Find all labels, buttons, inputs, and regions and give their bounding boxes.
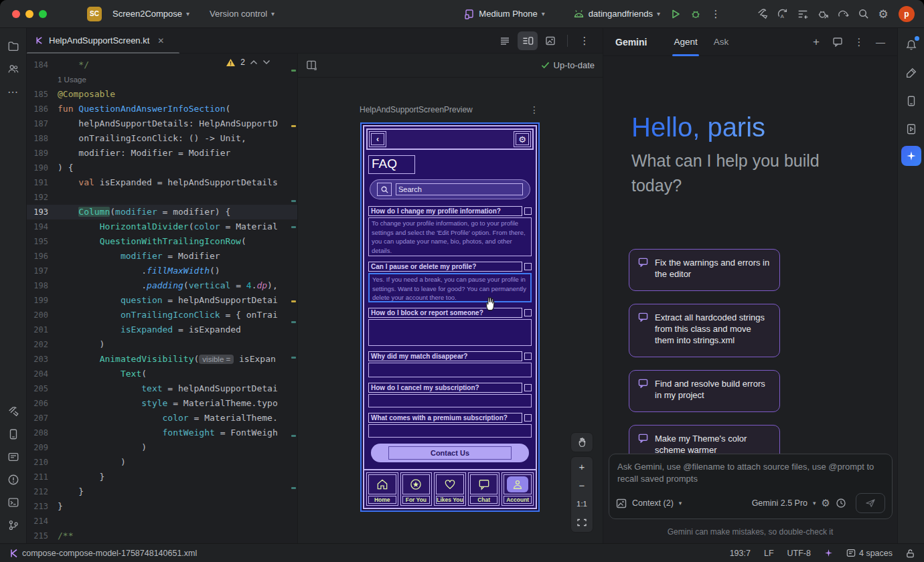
faq-trailing-icon[interactable] <box>524 263 532 270</box>
code-line[interactable]: 199 question = helpAndSupportDetai <box>27 293 297 308</box>
faq-trailing-icon[interactable] <box>524 384 532 391</box>
hide-panel-button[interactable]: — <box>870 33 891 52</box>
code-line[interactable]: 189 modifier: Modifier = Modifier <box>27 146 297 161</box>
design-view-button[interactable] <box>540 31 560 50</box>
code-view-button[interactable] <box>495 31 515 50</box>
code-line[interactable]: 191 val isExpanded = helpAndSupportDetai… <box>27 175 297 190</box>
code-line[interactable]: 205 text = helpAndSupportDetai <box>27 381 297 396</box>
chat-history-icon[interactable] <box>828 33 848 52</box>
minimize-window-button[interactable] <box>25 10 33 18</box>
preview-layout-icon[interactable] <box>306 60 317 71</box>
code-line[interactable]: 207 color = MaterialTheme. <box>27 411 297 426</box>
project-folder-icon[interactable] <box>3 35 24 58</box>
tab-ask[interactable]: Ask <box>706 28 737 56</box>
code-line[interactable]: 194 HorizontalDivider(color = Material <box>27 219 297 234</box>
device-manager-icon[interactable] <box>901 90 922 112</box>
more-tool-windows-icon[interactable]: ⋯ <box>3 80 24 103</box>
code-line[interactable]: 202 ) <box>27 337 297 352</box>
contact-us-button[interactable]: Contact Us <box>371 444 529 462</box>
zoom-out-button[interactable]: − <box>571 476 593 494</box>
code-line[interactable]: 187 helpAndSupportDetails: HelpAndSuppor… <box>27 116 297 131</box>
zoom-fit-button[interactable] <box>571 513 593 532</box>
terminal-icon[interactable] <box>3 491 24 514</box>
profiler-icon[interactable]: A <box>773 5 793 23</box>
faq-trailing-icon[interactable] <box>524 414 532 421</box>
code-line[interactable]: 195 QuestionWithTrailingIconRow( <box>27 234 297 249</box>
more-actions-menu[interactable]: ⋮ <box>706 5 726 23</box>
suggestion-card[interactable]: Extract all hardcoded strings from this … <box>629 304 780 357</box>
model-selector[interactable]: Gemini 2.5 Pro <box>752 498 807 508</box>
nav-item-account[interactable]: Account <box>502 472 534 506</box>
nav-item-chat[interactable]: Chat <box>468 472 500 506</box>
inspection-widget[interactable]: 2 <box>226 58 271 67</box>
usage-inlay[interactable]: 1 Usage <box>58 76 86 84</box>
code-line[interactable]: 206 style = MaterialTheme.typo <box>27 396 297 411</box>
code-line[interactable]: 213} <box>27 499 297 514</box>
code-line[interactable]: 192 <box>27 190 297 205</box>
code-line[interactable]: 200 onTrailingIconClick = { onTrai <box>27 308 297 322</box>
prev-problem-icon[interactable] <box>250 60 258 65</box>
maximize-window-button[interactable] <box>39 10 47 18</box>
code-line[interactable]: 186fun QuestionAndAnswerInfoSection( <box>27 102 297 116</box>
faq-question-row[interactable]: How do I change my profile information? <box>368 206 532 216</box>
nav-item-home[interactable]: Home <box>366 472 398 506</box>
device-manager-icon[interactable] <box>3 423 24 446</box>
user-avatar[interactable]: p <box>899 6 915 22</box>
line-separator[interactable]: LF <box>764 549 774 558</box>
code-line[interactable]: 209 ) <box>27 440 297 455</box>
faq-question-row[interactable]: How do I cancel my subscription? <box>368 383 532 393</box>
build-icon[interactable] <box>753 5 773 23</box>
indent-setting[interactable]: 4 spaces <box>846 549 893 558</box>
preview-phone-frame[interactable]: ‹ ⚙ FAQ Search How do I change my profil… <box>360 122 540 512</box>
faq-question-row[interactable]: Why did my match disappear? <box>368 351 532 361</box>
problems-icon[interactable] <box>3 468 24 491</box>
faq-question-row[interactable]: How do I block or report someone? <box>368 308 532 318</box>
code-line[interactable]: 190) { <box>27 161 297 175</box>
version-control-menu[interactable]: Version control ▾ <box>204 6 280 21</box>
pan-tool-button[interactable] <box>571 433 593 452</box>
settings-icon[interactable]: ⚙ <box>873 5 893 23</box>
suggestion-card[interactable]: Fix the warnings and errors in the edito… <box>629 249 780 291</box>
code-line[interactable]: 201 isExpanded = isExpanded <box>27 322 297 337</box>
code-line[interactable]: 198 .padding(vertical = 4.dp), <box>27 278 297 293</box>
debug-button[interactable] <box>686 5 706 23</box>
code-line[interactable]: 215/** <box>27 529 297 543</box>
faq-answer[interactable] <box>368 394 532 407</box>
nav-item-for-you[interactable]: For You <box>400 472 433 506</box>
zoom-in-button[interactable]: + <box>571 457 593 476</box>
faq-search-bar[interactable]: Search <box>370 179 530 199</box>
editor-options-menu[interactable]: ⋮ <box>574 31 595 50</box>
tab-helpandsupportscreen[interactable]: HelpAndSupportScreen.kt ✕ <box>27 28 171 53</box>
code-line[interactable]: 208 fontWeight = FontWeigh <box>27 426 297 440</box>
nav-item-likes-you[interactable]: Likes You <box>434 472 466 506</box>
tab-agent[interactable]: Agent <box>666 28 705 56</box>
code-line[interactable]: 212 } <box>27 484 297 499</box>
gemini-settings-icon[interactable]: ⚙ <box>822 497 830 509</box>
code-line[interactable]: 1 Usage <box>27 72 297 87</box>
faq-trailing-icon[interactable] <box>524 207 532 215</box>
gemini-button[interactable] <box>901 146 921 166</box>
gemini-input-box[interactable]: Ask Gemini, use @filename to attach sour… <box>609 454 893 519</box>
history-clock-icon[interactable] <box>836 498 846 508</box>
device-selector[interactable]: Medium Phone ▾ <box>459 6 550 22</box>
users-icon[interactable] <box>3 58 24 80</box>
code-line[interactable]: 210 ) <box>27 455 297 470</box>
device-explorer-icon[interactable] <box>901 62 922 84</box>
send-button[interactable] <box>856 493 885 513</box>
faq-answer[interactable] <box>368 424 532 438</box>
todo-list-icon[interactable] <box>793 5 813 23</box>
code-line[interactable]: 203 AnimatedVisibility(visible = isExpan <box>27 352 297 367</box>
faq-answer[interactable] <box>368 363 532 377</box>
split-view-button[interactable] <box>518 31 538 50</box>
code-line[interactable]: 188 onTrailingIconClick: () -> Unit, <box>27 131 297 146</box>
build-tool-icon[interactable] <box>3 400 24 423</box>
gradle-sync-icon[interactable] <box>833 5 853 23</box>
close-tab-icon[interactable]: ✕ <box>157 36 164 45</box>
faq-answer[interactable]: To change your profile information, go t… <box>368 217 532 256</box>
attach-debugger-icon[interactable] <box>813 5 833 23</box>
branch-selector[interactable]: datingandfriends ▾ <box>568 6 666 21</box>
version-control-icon[interactable] <box>3 514 24 537</box>
faq-trailing-icon[interactable] <box>524 309 532 316</box>
code-line[interactable]: 197 .fillMaxWidth() <box>27 264 297 278</box>
code-line[interactable]: 196 modifier = Modifier <box>27 249 297 264</box>
